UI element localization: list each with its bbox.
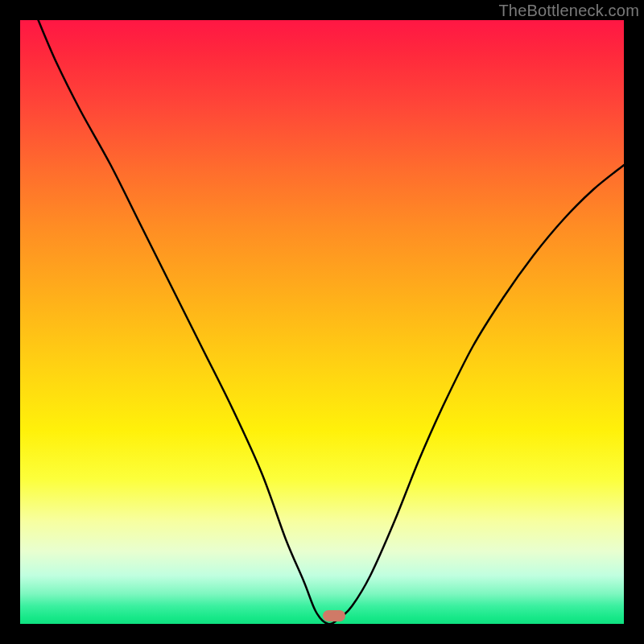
bottleneck-curve [20, 20, 624, 624]
watermark-text: TheBottleneck.com [498, 2, 639, 20]
plot-area [20, 20, 624, 624]
chart-frame: TheBottleneck.com [0, 0, 644, 644]
optimal-point-marker [323, 610, 345, 621]
